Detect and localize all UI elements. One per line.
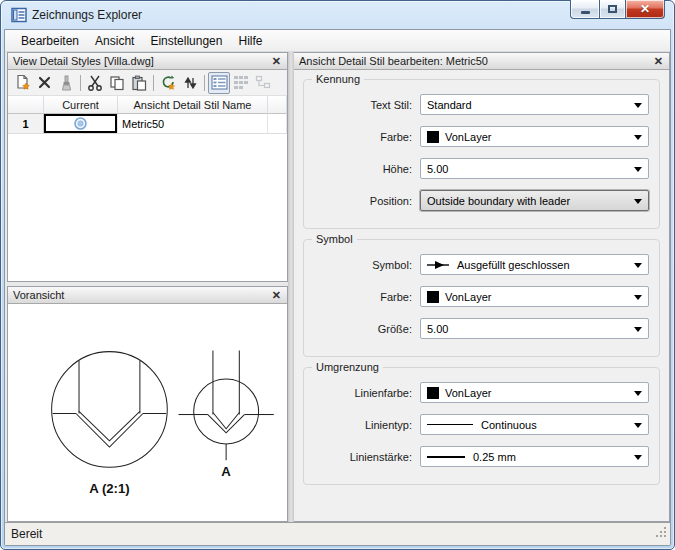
position-combo[interactable]: Outside boundary with leader	[420, 190, 649, 211]
linienstaerke-label: Linienstärke:	[314, 451, 412, 463]
table-corner-header	[8, 96, 44, 114]
symbol-farbe-label: Farbe:	[314, 291, 412, 303]
refresh-button[interactable]	[179, 72, 201, 94]
groesse-combo[interactable]: 5.00	[420, 318, 649, 339]
radio-selected-icon[interactable]	[73, 116, 88, 131]
field-symbol: Symbol: Ausgefüllt geschlossen	[314, 254, 649, 275]
symbol-combo[interactable]: Ausgefüllt geschlossen	[420, 254, 649, 275]
group-kennung-label: Kennung	[312, 73, 364, 85]
dropdown-arrow-icon	[634, 455, 642, 460]
row-number-cell[interactable]: 1	[8, 114, 44, 134]
close-button[interactable]: ✕	[626, 0, 665, 19]
window-controls: ✕	[570, 0, 665, 19]
tree-view-button[interactable]	[252, 72, 274, 94]
tree-view-icon	[255, 75, 271, 90]
kennung-farbe-combo[interactable]: VonLayer	[420, 126, 649, 147]
dropdown-arrow-icon	[634, 327, 642, 332]
editor-panel-header: Ansicht Detail Stil bearbeiten: Metric50…	[294, 53, 669, 70]
text-stil-combo[interactable]: Standard	[420, 94, 649, 115]
linienfarbe-combo[interactable]: VonLayer	[420, 382, 649, 403]
field-linienfarbe: Linienfarbe: VonLayer	[314, 382, 649, 403]
preview-label-small: A	[221, 464, 231, 479]
styles-panel-header: View Detail Styles [Villa.dwg] ✕	[8, 53, 287, 70]
new-style-button[interactable]	[11, 72, 33, 94]
hoehe-combo[interactable]: 5.00	[420, 158, 649, 179]
column-header-current[interactable]: Current	[44, 96, 118, 114]
detail-view-preview-drawing: A (2:1) A	[8, 304, 287, 521]
dropdown-arrow-icon	[634, 167, 642, 172]
menu-item-ansicht[interactable]: Ansicht	[87, 31, 142, 51]
field-text-stil: Text Stil: Standard	[314, 94, 649, 115]
preview-label-large: A (2:1)	[89, 481, 130, 496]
groesse-label: Größe:	[314, 323, 412, 335]
dropdown-arrow-icon	[634, 263, 642, 268]
styles-panel: View Detail Styles [Villa.dwg] ✕	[7, 52, 288, 282]
group-symbol-label: Symbol	[312, 233, 357, 245]
menu-item-einstellungen[interactable]: Einstellungen	[142, 31, 230, 51]
reload-styles-button[interactable]	[157, 72, 179, 94]
group-umgrenzung-label: Umgrenzung	[312, 361, 383, 373]
editor-panel-close-icon[interactable]: ✕	[653, 56, 664, 67]
preview-panel-title: Voransicht	[13, 289, 64, 301]
kennung-farbe-label: Farbe:	[314, 131, 412, 143]
filled-arrow-icon	[427, 260, 451, 270]
hoehe-label: Höhe:	[314, 163, 412, 175]
preview-panel-header: Voransicht ✕	[8, 287, 287, 304]
maximize-button[interactable]	[599, 0, 626, 19]
icons-view-button[interactable]	[230, 72, 252, 94]
menu-item-hilfe[interactable]: Hilfe	[230, 31, 270, 51]
maximize-icon	[608, 5, 617, 13]
color-swatch-black	[427, 131, 439, 143]
preview-panel-close-icon[interactable]: ✕	[271, 290, 282, 301]
position-label: Position:	[314, 195, 412, 207]
dropdown-arrow-icon	[634, 103, 642, 108]
close-icon: ✕	[640, 3, 650, 15]
icons-view-icon	[233, 75, 249, 90]
field-position: Position: Outside boundary with leader	[314, 190, 649, 211]
text-stil-label: Text Stil:	[314, 99, 412, 111]
column-header-spacer	[268, 96, 287, 114]
current-style-cell[interactable]	[44, 114, 118, 134]
symbol-farbe-combo[interactable]: VonLayer	[420, 286, 649, 307]
window-title: Zeichnungs Explorer	[32, 8, 142, 22]
delete-style-button[interactable]	[33, 72, 55, 94]
styles-table: Current Ansicht Detail Stil Name 1 Metri…	[8, 96, 287, 281]
minimize-button[interactable]	[570, 0, 599, 19]
style-name-cell[interactable]: Metric50	[118, 114, 268, 134]
text-stil-value: Standard	[427, 99, 472, 111]
solid-line-icon	[427, 424, 473, 425]
field-hoehe: Höhe: 5.00	[314, 158, 649, 179]
menu-item-bearbeiten[interactable]: Bearbeiten	[13, 31, 87, 51]
group-symbol: Symbol Symbol: Ausgefüllt g	[303, 239, 660, 357]
details-view-button[interactable]	[208, 72, 230, 94]
purge-icon	[59, 75, 74, 91]
resize-grip[interactable]	[655, 525, 668, 543]
row-spacer-cell	[268, 114, 287, 134]
client-area: Bearbeiten Ansicht Einstellungen Hilfe V…	[4, 29, 671, 546]
color-swatch-black	[427, 291, 439, 303]
dropdown-arrow-icon	[634, 423, 642, 428]
styles-panel-close-icon[interactable]: ✕	[271, 56, 282, 67]
preview-canvas: A (2:1) A	[8, 304, 287, 521]
main-area: View Detail Styles [Villa.dwg] ✕	[5, 52, 670, 522]
cut-icon	[87, 75, 103, 91]
new-style-icon	[14, 74, 31, 91]
color-swatch-black	[427, 387, 439, 399]
groesse-value: 5.00	[427, 323, 448, 335]
linienstaerke-combo[interactable]: 0.25 mm	[420, 446, 649, 467]
purge-button[interactable]	[55, 72, 77, 94]
column-header-name[interactable]: Ansicht Detail Stil Name	[118, 96, 268, 114]
cut-button[interactable]	[84, 72, 106, 94]
linientyp-value: Continuous	[481, 419, 537, 431]
group-umgrenzung: Umgrenzung Linienfarbe: VonLayer Linient…	[303, 367, 660, 485]
paste-button[interactable]	[128, 72, 150, 94]
field-kennung-farbe: Farbe: VonLayer	[314, 126, 649, 147]
toolbar-separator	[204, 75, 205, 91]
symbol-label: Symbol:	[314, 259, 412, 271]
app-icon	[11, 7, 27, 23]
linientyp-combo[interactable]: Continuous	[420, 414, 649, 435]
linienfarbe-value: VonLayer	[445, 387, 491, 399]
field-linientyp: Linientyp: Continuous	[314, 414, 649, 435]
titlebar[interactable]: Zeichnungs Explorer ✕	[4, 1, 671, 29]
copy-button[interactable]	[106, 72, 128, 94]
